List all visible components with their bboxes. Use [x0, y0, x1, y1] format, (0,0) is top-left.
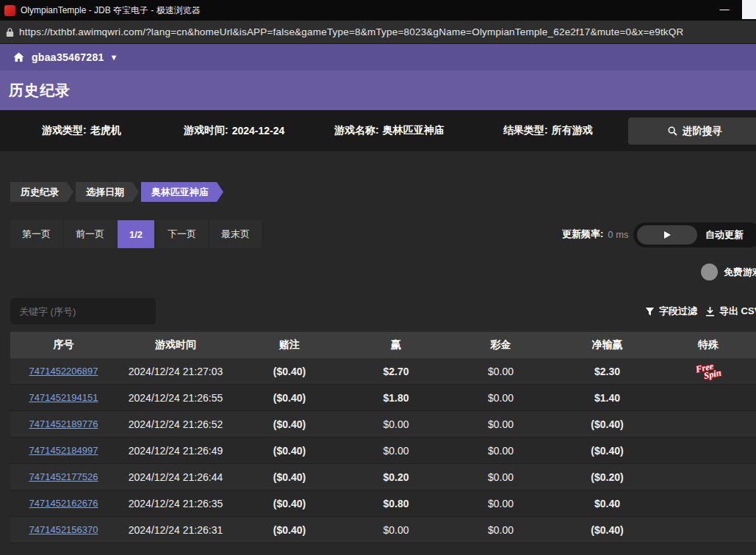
serial-link[interactable]: 7471452156370: [29, 524, 98, 535]
prev-page-button[interactable]: 前一页: [64, 220, 116, 248]
serial-link[interactable]: 7471452194151: [29, 392, 98, 403]
filter-icon: [645, 307, 655, 316]
cell-win: $1.80: [345, 385, 447, 410]
maximize-button[interactable]: [742, 0, 756, 19]
cell-jackpot: $0.00: [447, 411, 554, 437]
cell-win: $0.00: [345, 517, 447, 543]
filter-game-name-label: 游戏名称:: [334, 124, 379, 137]
next-page-button[interactable]: 下一页: [156, 220, 208, 248]
main-content: 历史纪录 选择日期 奥林匹亚神庙 第一页 前一页 1/2 下一页 最末页 更新频…: [0, 151, 756, 555]
breadcrumb: 历史纪录 选择日期 奥林匹亚神庙: [10, 182, 226, 202]
free-spin-badge: FreeSpin: [695, 361, 721, 382]
cell-win: $0.00: [345, 438, 447, 463]
cell-jackpot: $0.00: [447, 438, 554, 463]
filter-result-type[interactable]: 结果类型: 所有游戏: [503, 110, 593, 151]
serial-link[interactable]: 7471452189776: [29, 418, 98, 429]
filter-result-type-value: 所有游戏: [552, 124, 593, 137]
field-filter-label: 字段过滤: [659, 305, 697, 318]
cell-win: $2.70: [345, 358, 447, 384]
serial-link[interactable]: 7471452184997: [29, 445, 98, 456]
cell-net: ($0.20): [554, 464, 660, 490]
table-header-row: 序号 游戏时间 赌注 赢 彩金 净输赢 特殊: [10, 332, 756, 358]
cell-game-time: 2024/12/24 21:26:55: [117, 385, 234, 410]
export-csv-label: 导出 CSV: [719, 305, 756, 318]
filter-game-date-value: 2024-12-24: [232, 125, 285, 137]
cell-special: [660, 411, 756, 437]
breadcrumb-history[interactable]: 历史纪录: [10, 182, 73, 202]
cell-jackpot: $0.00: [447, 490, 554, 516]
cell-special: [660, 490, 756, 516]
account-bar: gbaa35467281 ▼: [0, 44, 756, 70]
auto-update-label: 自动更新: [705, 228, 744, 242]
header-game-time: 游戏时间: [117, 332, 234, 358]
filter-bar: 游戏类型: 老虎机 游戏时间: 2024-12-24 游戏名称: 奥林匹亚神庙 …: [0, 110, 756, 151]
cell-special: [660, 438, 756, 463]
serial-link[interactable]: 7471452162676: [29, 498, 98, 509]
chevron-down-icon[interactable]: ▼: [110, 53, 118, 62]
cell-bet: ($0.40): [234, 490, 345, 516]
table-row: 7471452184997 2024/12/24 21:26:49 ($0.40…: [10, 438, 756, 464]
account-name[interactable]: gbaa35467281: [32, 51, 104, 63]
first-page-button[interactable]: 第一页: [10, 220, 62, 248]
cell-net: ($0.40): [554, 411, 660, 437]
filter-game-name[interactable]: 游戏名称: 奥林匹亚神庙: [334, 110, 444, 151]
cell-game-time: 2024/12/24 21:26:31: [117, 517, 234, 543]
cell-net: ($0.40): [554, 438, 660, 463]
auto-update-knob[interactable]: [637, 225, 697, 244]
page-header: 历史纪录: [0, 70, 756, 110]
cell-net: $0.40: [554, 490, 660, 516]
cell-win: $0.80: [345, 490, 447, 516]
current-page-indicator[interactable]: 1/2: [118, 220, 154, 248]
table-body: 7471452206897 2024/12/24 21:27:03 ($0.40…: [10, 358, 756, 543]
filter-game-type[interactable]: 游戏类型: 老虎机: [42, 110, 121, 151]
minimize-button[interactable]: —: [713, 0, 735, 21]
home-icon[interactable]: [12, 51, 25, 63]
serial-link[interactable]: 7471452206897: [29, 366, 98, 377]
auto-update-toggle[interactable]: 自动更新: [633, 222, 756, 247]
cell-special: [660, 464, 756, 490]
filter-result-type-label: 结果类型:: [503, 124, 548, 137]
search-input[interactable]: [10, 298, 156, 324]
cell-win: $0.00: [345, 411, 447, 437]
url-text[interactable]: https://txthbf.awimqwri.com/?lang=cn&hom…: [19, 26, 683, 37]
field-filter-button[interactable]: 字段过滤: [645, 300, 697, 322]
history-table: 序号 游戏时间 赌注 赢 彩金 净输赢 特殊 7471452206897 202…: [10, 332, 756, 543]
refresh-rate-value: 0 ms: [608, 229, 628, 240]
filter-game-date[interactable]: 游戏时间: 2024-12-24: [184, 110, 284, 151]
cell-win: $0.20: [345, 464, 447, 490]
breadcrumb-date[interactable]: 选择日期: [76, 182, 139, 202]
table-row: 7471452162676 2024/12/24 21:26:35 ($0.40…: [10, 490, 756, 517]
cell-bet: ($0.40): [234, 517, 345, 543]
header-net: 净输赢: [554, 332, 660, 358]
free-games-toggle[interactable]: 免费游戏: [701, 264, 756, 280]
free-games-label: 免费游戏: [724, 266, 756, 279]
pagination: 第一页 前一页 1/2 下一页 最末页: [10, 220, 262, 248]
cell-special: [660, 385, 756, 410]
last-page-button[interactable]: 最末页: [209, 220, 262, 248]
cell-bet: ($0.40): [234, 438, 345, 463]
page-title: 历史纪录: [9, 81, 71, 101]
advanced-search-button[interactable]: 进阶搜寻: [628, 117, 756, 145]
filter-game-date-label: 游戏时间:: [184, 124, 228, 137]
free-games-toggle-knob[interactable]: [701, 264, 718, 280]
refresh-rate-label: 更新频率:: [562, 228, 603, 241]
cell-game-time: 2024/12/24 21:27:03: [117, 358, 234, 384]
table-row: 7471452189776 2024/12/24 21:26:52 ($0.40…: [10, 411, 756, 438]
header-serial: 序号: [10, 332, 117, 358]
filter-game-name-value: 奥林匹亚神庙: [383, 124, 444, 137]
filter-game-type-value: 老虎机: [90, 124, 121, 137]
filter-game-type-label: 游戏类型:: [42, 124, 87, 137]
cell-jackpot: $0.00: [447, 464, 554, 490]
advanced-search-label: 进阶搜寻: [683, 125, 722, 138]
cell-net: ($0.40): [554, 517, 660, 543]
cell-net: $1.40: [554, 385, 660, 410]
breadcrumb-game[interactable]: 奥林匹亚神庙: [141, 182, 223, 202]
header-bet: 赌注: [234, 332, 345, 358]
cell-special: [660, 517, 756, 543]
serial-link[interactable]: 7471452177526: [29, 471, 98, 482]
export-csv-button[interactable]: 导出 CSV: [705, 300, 756, 322]
refresh-rate: 更新频率: 0 ms: [562, 220, 629, 248]
cell-net: $2.30: [554, 358, 660, 384]
window-titlebar: OlympianTemple - JDB 夺宝电子 - 极速浏览器 —: [0, 0, 756, 21]
header-jackpot: 彩金: [447, 332, 554, 358]
